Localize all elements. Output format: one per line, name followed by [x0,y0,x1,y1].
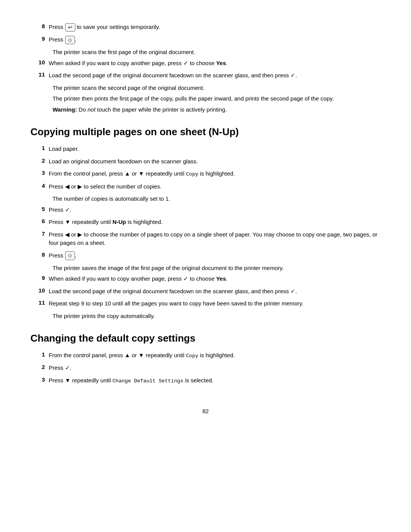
step-item: 6 Press ▼ repeatedly until N-Up is highl… [30,218,381,227]
step-number: 11 [30,71,49,78]
step-content: Press ◀ or ▶ to choose the number of pag… [49,230,381,248]
step-number: 10 [30,287,49,294]
step-number: 3 [30,376,49,383]
step-content: Press ↩ to save your settings temporaril… [49,23,381,32]
step-number: 8 [30,251,49,258]
step-number: 1 [30,145,49,151]
sub-paragraph: The printer saves the image of the first… [53,264,381,273]
step-number: 7 [30,230,49,237]
step-content: Press ▼ repeatedly until N-Up is highlig… [49,218,381,227]
step-content: From the control panel, press ▲ or ▼ rep… [49,351,381,360]
warning-paragraph: Warning: Do not touch the paper while th… [53,105,381,114]
sub-paragraph: The printer scans the second page of the… [53,84,381,93]
step-number: 8 [30,23,49,29]
step-content: Press ✓. [49,364,381,372]
step-item: 8 Press ↩ to save your settings temporar… [30,23,381,32]
step-number: 2 [30,157,49,164]
step-content: Press ◇. [49,251,381,260]
section2-step-list: 1 From the control panel, press ▲ or ▼ r… [30,351,381,385]
section1-step-list: 1 Load paper. 2 Load an original documen… [30,145,381,191]
step-item: 1 Load paper. [30,145,381,153]
step-number: 9 [30,275,49,281]
start-button-icon: ◇ [65,251,75,260]
step-content: Press ◀ or ▶ to select the number of cop… [49,182,381,191]
step-content: Load paper. [49,145,381,153]
section2-heading: Changing the default copy settings [30,332,381,344]
step-content: Repeat step 9 to step 10 until all the p… [49,299,381,308]
step-item: 9 Press ◇. [30,35,381,44]
intro-step-list-2: 10 When asked if you want to copy anothe… [30,59,381,80]
step-item: 1 From the control panel, press ▲ or ▼ r… [30,351,381,360]
step-item: 11 Load the second page of the original … [30,71,381,80]
step-number: 6 [30,218,49,224]
sub-paragraph: The printer prints the copy automaticall… [53,312,381,321]
step-number: 2 [30,364,49,370]
section1-step-list-2: 5 Press ✓. 6 Press ▼ repeatedly until N-… [30,206,381,260]
step-content: Press ◇. [49,35,381,44]
start-button-icon: ◇ [65,36,75,44]
step-content: Press ▼ repeatedly until Change Default … [49,376,381,385]
step-item: 10 When asked if you want to copy anothe… [30,59,381,68]
step-content: Load the second page of the original doc… [49,287,381,296]
step-item: 10 Load the second page of the original … [30,287,381,296]
page-number: 82 [30,408,381,414]
step-number: 4 [30,182,49,189]
section1-heading: Copying multiple pages on one sheet (N-U… [30,126,381,138]
sub-paragraph: The printer scans the first page of the … [53,48,381,57]
step-item: 5 Press ✓. [30,206,381,214]
step-number: 3 [30,169,49,176]
step-number: 11 [30,299,49,306]
step-content: When asked if you want to copy another p… [49,59,381,68]
step-item: 9 When asked if you want to copy another… [30,275,381,283]
step-number: 1 [30,351,49,358]
step-item: 2 Load an original document facedown on … [30,157,381,166]
intro-step-list: 8 Press ↩ to save your settings temporar… [30,23,381,44]
step-content: When asked if you want to copy another p… [49,275,381,283]
step-content: Press ✓. [49,206,381,214]
section1-step-list-3: 9 When asked if you want to copy another… [30,275,381,308]
step-number: 9 [30,35,49,42]
step-number: 10 [30,59,49,66]
sub-paragraph: The printer then prints the first page o… [53,94,381,103]
step-content: Load an original document facedown on th… [49,157,381,166]
step-item: 2 Press ✓. [30,364,381,372]
step-content: From the control panel, press ▲ or ▼ rep… [49,169,381,178]
sub-paragraph: The number of copies is automatically se… [53,195,381,203]
step-item: 4 Press ◀ or ▶ to select the number of c… [30,182,381,191]
step-number: 5 [30,206,49,212]
back-button-icon: ↩ [65,23,75,32]
step-item: 8 Press ◇. [30,251,381,260]
step-item: 3 Press ▼ repeatedly until Change Defaul… [30,376,381,385]
step-item: 7 Press ◀ or ▶ to choose the number of p… [30,230,381,248]
step-item: 11 Repeat step 9 to step 10 until all th… [30,299,381,308]
step-item: 3 From the control panel, press ▲ or ▼ r… [30,169,381,178]
step-content: Load the second page of the original doc… [49,71,381,80]
